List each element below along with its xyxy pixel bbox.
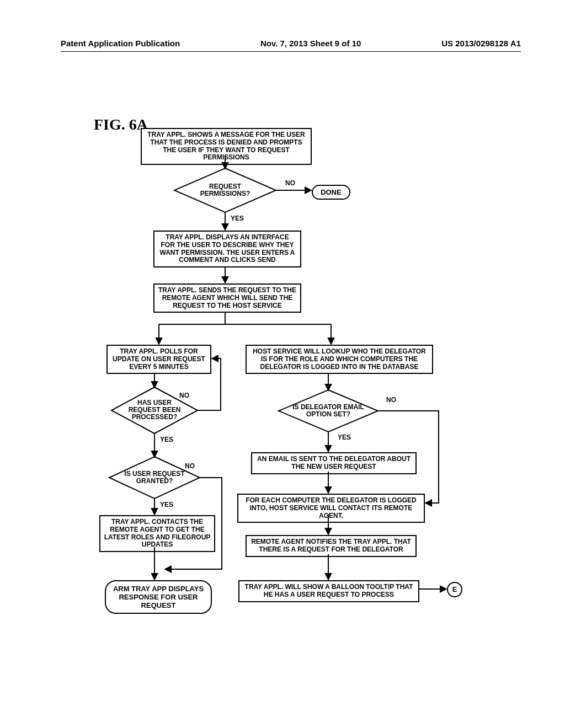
box-send: TRAY APPL. SENDS THE REQUEST TO THE REMO…: [153, 283, 301, 313]
box-notify: REMOTE AGENT NOTIFIES THE TRAY APPL. THA…: [246, 535, 417, 557]
header-left: Patent Application Publication: [61, 39, 180, 48]
label-no: NO: [179, 392, 189, 399]
diamond-label: HAS USER REQUEST BEEN PROCESSED?: [124, 399, 185, 421]
terminal-done: DONE: [312, 185, 350, 200]
box-foreach: FOR EACH COMPUTER THE DELEGATOR IS LOGGE…: [237, 494, 425, 523]
label-yes: YES: [338, 433, 351, 441]
connector-e: E: [447, 582, 462, 597]
box-poll: TRAY APPL. POLLS FOR UPDATE ON USER REQU…: [106, 345, 211, 374]
box-start: TRAY APPL. SHOWS A MESSAGE FOR THE USER …: [141, 128, 312, 165]
box-balloon: TRAY APPL. WILL SHOW A BALLOON TOOLTIP T…: [238, 580, 419, 602]
label-no: NO: [185, 462, 195, 470]
diamond-label: IS USER REQUEST GRANTED?: [121, 470, 188, 485]
page-header: Patent Application Publication Nov. 7, 2…: [61, 39, 521, 48]
diamond-label: IS DELEGATOR EMAIL OPTION SET?: [292, 404, 364, 418]
label-yes: YES: [231, 215, 244, 222]
box-email: AN EMAIL IS SENT TO THE DELEGATOR ABOUT …: [251, 452, 417, 474]
label-yes: YES: [160, 501, 173, 508]
box-lookup: HOST SERVICE WILL LOOKUP WHO THE DELEGAT…: [246, 345, 433, 374]
label-no: NO: [386, 396, 396, 404]
figure-label: FIG. 6A: [94, 116, 148, 133]
diamond-label: REQUEST PERMISSIONS?: [189, 183, 261, 197]
label-yes: YES: [160, 436, 173, 443]
box-display: ARM TRAY APP DISPLAYS RESPONSE FOR USER …: [105, 580, 212, 614]
box-interface: TRAY APPL. DISPLAYS AN INTERFACE FOR THE…: [153, 231, 301, 267]
label-no: NO: [285, 179, 295, 187]
header-right: US 2013/0298128 A1: [441, 39, 521, 48]
header-center: Nov. 7, 2013 Sheet 9 of 10: [260, 39, 361, 48]
page: Patent Application Publication Nov. 7, 2…: [0, 0, 565, 728]
box-contacts: TRAY APPL. CONTACTS THE REMOTE AGENT TO …: [99, 515, 215, 552]
header-rule: [61, 51, 521, 52]
